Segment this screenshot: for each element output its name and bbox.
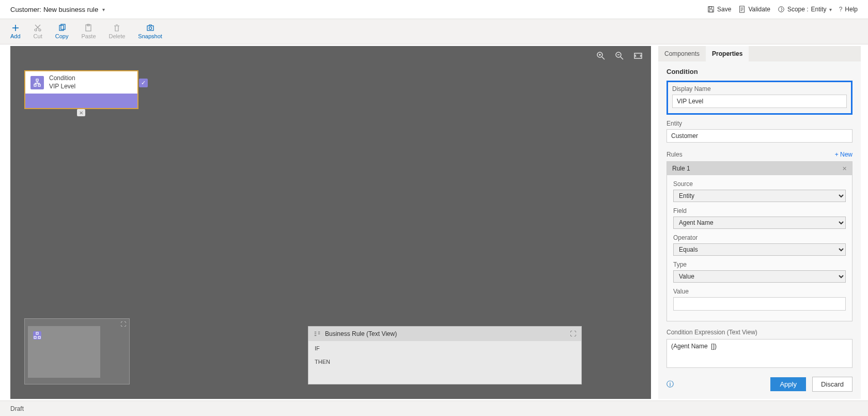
scope-icon <box>778 6 785 13</box>
minimap-node <box>33 331 41 340</box>
discard-button[interactable]: Discard <box>812 377 853 392</box>
delete-icon <box>113 24 121 32</box>
text-view-panel: Business Rule (Text View) ⛶ IF THEN <box>308 326 582 384</box>
source-select[interactable]: Entity <box>673 190 846 202</box>
type-label: Type <box>673 261 846 268</box>
help-icon: ? <box>839 6 843 13</box>
hierarchy-icon <box>30 76 44 89</box>
copy-button[interactable]: Copy <box>55 24 69 39</box>
condition-value: VIP Level <box>49 83 75 91</box>
expand-icon[interactable]: ⛶ <box>570 330 576 337</box>
entity-label: Customer: <box>10 6 41 13</box>
rule-title: Rule 1 <box>672 165 690 172</box>
svg-point-5 <box>35 29 37 31</box>
field-label: Field <box>673 207 846 214</box>
canvas[interactable]: Condition VIP Level ✓ ✕ ⛶ Business Rule … <box>10 46 651 399</box>
status-text: Draft <box>10 405 24 412</box>
textview-icon <box>314 330 321 337</box>
svg-rect-17 <box>34 84 36 86</box>
chevron-down-icon: ▾ <box>829 7 832 12</box>
value-input[interactable] <box>673 297 846 311</box>
statusbar: Draft <box>0 400 868 416</box>
save-button[interactable]: Save <box>707 6 731 13</box>
panel-section-title: Condition <box>667 68 853 75</box>
svg-rect-21 <box>38 336 40 338</box>
paste-icon <box>84 24 92 32</box>
delete-button[interactable]: Delete <box>109 24 126 39</box>
fit-button[interactable] <box>633 51 643 63</box>
zoom-out-button[interactable] <box>615 51 624 63</box>
svg-point-4 <box>779 7 784 12</box>
cut-button[interactable]: Cut <box>34 24 42 39</box>
entity-input[interactable] <box>667 129 853 143</box>
rule-box: Rule 1 ✕ Source Entity Field Agent Name <box>667 161 853 321</box>
source-label: Source <box>673 180 846 188</box>
svg-rect-15 <box>634 53 642 58</box>
rule-name: New business rule <box>43 6 98 13</box>
apply-button[interactable]: Apply <box>770 377 806 391</box>
condition-label: Condition <box>49 74 75 83</box>
svg-rect-19 <box>36 332 38 334</box>
validate-button[interactable]: Validate <box>738 6 770 13</box>
paste-button[interactable]: Paste <box>81 24 96 39</box>
validate-icon <box>738 6 746 13</box>
condition-node[interactable]: Condition VIP Level <box>24 70 138 109</box>
zoom-in-button[interactable] <box>596 51 606 63</box>
svg-rect-16 <box>36 79 38 81</box>
svg-point-12 <box>149 27 151 29</box>
checkmark-icon[interactable]: ✓ <box>139 79 148 87</box>
minimap[interactable]: ⛶ <box>24 318 130 384</box>
expand-icon[interactable]: ⛶ <box>120 321 126 327</box>
operator-label: Operator <box>673 234 846 241</box>
scope-dropdown[interactable]: Scope : Entity ▾ <box>778 6 832 13</box>
close-icon[interactable]: ✕ <box>77 109 85 116</box>
save-icon <box>707 6 715 13</box>
plus-icon <box>11 24 20 32</box>
condition-drop-zone[interactable] <box>25 94 137 108</box>
value-label: Value <box>673 288 846 295</box>
svg-rect-18 <box>38 84 40 86</box>
tab-components[interactable]: Components <box>658 46 706 61</box>
svg-point-6 <box>39 29 41 31</box>
expression-textarea[interactable] <box>667 339 853 368</box>
titlebar: Customer: New business rule ▾ Save Valid… <box>0 0 868 19</box>
textview-then: THEN <box>315 359 575 365</box>
type-select[interactable]: Value <box>673 270 846 283</box>
toolbar: Add Cut Copy Paste Delete Snapshot <box>0 19 868 44</box>
textview-if: IF <box>315 345 575 351</box>
operator-select[interactable]: Equals <box>673 243 846 256</box>
snapshot-button[interactable]: Snapshot <box>138 24 162 39</box>
svg-rect-11 <box>147 26 153 30</box>
entity-label: Entity <box>667 120 853 127</box>
close-icon[interactable]: ✕ <box>842 165 847 172</box>
expression-label: Condition Expression (Text View) <box>667 329 853 336</box>
rule-title[interactable]: Customer: New business rule ▾ <box>10 6 105 13</box>
cut-icon <box>34 24 42 32</box>
help-button[interactable]: ? Help <box>839 6 858 13</box>
textview-title: Business Rule (Text View) <box>325 330 397 337</box>
add-button[interactable]: Add <box>10 24 21 39</box>
svg-rect-2 <box>709 10 713 12</box>
chevron-down-icon[interactable]: ▾ <box>102 7 105 12</box>
rules-label: Rules <box>667 151 683 158</box>
tab-properties[interactable]: Properties <box>706 46 749 61</box>
camera-icon <box>146 24 154 32</box>
info-icon[interactable]: ⓘ <box>667 380 674 389</box>
field-select[interactable]: Agent Name <box>673 217 846 229</box>
display-name-label: Display Name <box>672 85 847 93</box>
add-rule-button[interactable]: + New <box>835 151 853 158</box>
properties-panel: Components Properties Condition Display … <box>658 46 861 399</box>
display-name-input[interactable] <box>672 95 847 108</box>
svg-rect-20 <box>34 336 36 338</box>
copy-icon <box>58 24 66 32</box>
svg-rect-1 <box>709 7 712 9</box>
display-name-group: Display Name <box>667 81 853 115</box>
